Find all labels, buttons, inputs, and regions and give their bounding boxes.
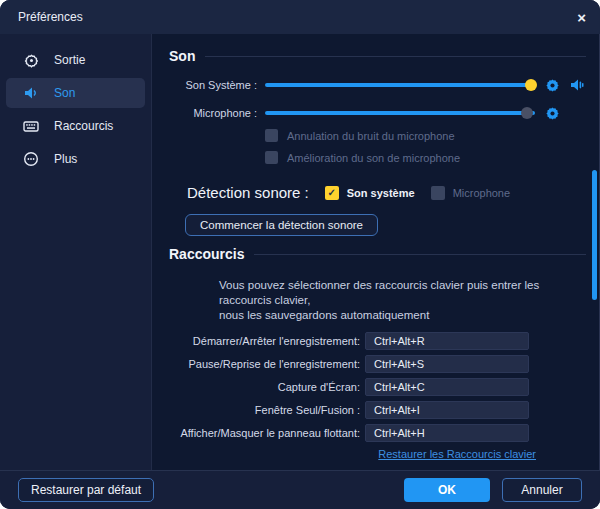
restore-default-button[interactable]: Restaurer par défaut xyxy=(18,478,154,502)
close-icon[interactable]: × xyxy=(577,10,586,25)
detect-system-label: Son système xyxy=(347,187,415,199)
section-son-title: Son xyxy=(169,48,195,64)
section-son: Son xyxy=(169,48,586,64)
cancel-button[interactable]: Annuler xyxy=(502,478,582,502)
speaker-icon xyxy=(22,84,40,102)
sidebar-item-label: Son xyxy=(54,86,75,100)
shortcut-input[interactable]: Ctrl+Alt+I xyxy=(365,401,529,419)
detect-microphone-label: Microphone xyxy=(453,187,510,199)
shortcut-input[interactable]: Ctrl+Alt+S xyxy=(365,355,529,373)
shortcut-row-floating-panel: Afficher/Masquer le panneau flottant: Ct… xyxy=(169,424,586,442)
shortcut-row-start-stop: Démarrer/Arrêter l'enregistrement: Ctrl+… xyxy=(169,332,586,350)
slider-thumb[interactable] xyxy=(521,107,533,119)
microphone-label: Microphone : xyxy=(169,107,257,119)
shortcut-label: Capture d'Écran: xyxy=(169,381,365,393)
sidebar-item-raccourcis[interactable]: Raccourcis xyxy=(6,111,145,141)
slider-thumb[interactable] xyxy=(525,79,537,91)
sidebar-item-label: Sortie xyxy=(54,53,85,67)
shortcut-label: Fenêtre Seul/Fusion : xyxy=(169,404,365,416)
sound-enhance-option[interactable]: Amélioration du son de microphone xyxy=(265,151,586,164)
sound-detection-row: Détection sonore : ✓ Son système Microph… xyxy=(187,184,586,201)
preferences-dialog: Préférences × Sortie Son Raccourcis xyxy=(0,0,600,509)
divider xyxy=(254,254,586,255)
shortcut-label: Pause/Reprise de l'enregistrement: xyxy=(169,358,365,370)
sidebar-item-label: Plus xyxy=(54,152,77,166)
more-icon xyxy=(22,150,40,168)
noise-cancel-label: Annulation du bruit du microphone xyxy=(287,130,455,142)
shortcuts-description-line2: nous les sauvegardons automatiquement xyxy=(219,308,586,323)
gear-icon[interactable] xyxy=(544,77,560,93)
sidebar-item-son[interactable]: Son xyxy=(6,78,145,108)
sidebar-item-sortie[interactable]: Sortie xyxy=(6,45,145,75)
footer-bar: Restaurer par défaut OK Annuler xyxy=(0,470,600,509)
system-sound-slider[interactable] xyxy=(265,78,535,92)
system-sound-label: Son Système : xyxy=(169,79,257,91)
sound-enhance-label: Amélioration du son de microphone xyxy=(287,152,460,164)
checkbox-unchecked[interactable] xyxy=(265,151,278,164)
restore-shortcuts-link[interactable]: Restaurer les Raccourcis clavier xyxy=(169,448,536,460)
content-panel: Son Son Système : Microphone : xyxy=(153,34,600,470)
section-raccourcis: Raccourcis xyxy=(169,246,586,262)
speaker-plus-icon[interactable] xyxy=(569,77,585,93)
checkbox-unchecked[interactable] xyxy=(265,129,278,142)
shortcuts-description: Vous pouvez sélectionner des raccourcis … xyxy=(219,278,586,323)
shortcut-input[interactable]: Ctrl+Alt+R xyxy=(365,332,529,350)
keyboard-icon xyxy=(22,117,40,135)
ok-button[interactable]: OK xyxy=(404,478,490,502)
scrollbar-thumb[interactable] xyxy=(592,170,597,300)
shortcut-row-pause-resume: Pause/Reprise de l'enregistrement: Ctrl+… xyxy=(169,355,586,373)
slider-track xyxy=(265,83,535,87)
detect-microphone-option[interactable]: Microphone xyxy=(431,186,510,200)
shortcuts-description-line1: Vous pouvez sélectionner des raccourcis … xyxy=(219,278,586,308)
microphone-row: Microphone : xyxy=(169,106,586,120)
divider xyxy=(205,56,586,57)
start-detection-button[interactable]: Commencer la détection sonore xyxy=(185,214,378,236)
system-sound-row: Son Système : xyxy=(169,78,586,92)
sidebar-item-label: Raccourcis xyxy=(54,119,113,133)
detect-system-option[interactable]: ✓ Son système xyxy=(325,186,415,200)
sound-detection-label: Détection sonore : xyxy=(187,184,309,201)
shortcut-input[interactable]: Ctrl+Alt+H xyxy=(365,424,529,442)
slider-track xyxy=(265,111,535,115)
gear-icon xyxy=(22,51,40,69)
checkbox-unchecked[interactable] xyxy=(431,186,445,200)
noise-cancel-option[interactable]: Annulation du bruit du microphone xyxy=(265,129,586,142)
gear-icon[interactable] xyxy=(544,105,560,121)
window-title: Préférences xyxy=(18,10,83,24)
shortcut-label: Afficher/Masquer le panneau flottant: xyxy=(169,427,365,439)
shortcut-label: Démarrer/Arrêter l'enregistrement: xyxy=(169,335,365,347)
microphone-slider[interactable] xyxy=(265,106,535,120)
shortcut-row-window-merge: Fenêtre Seul/Fusion : Ctrl+Alt+I xyxy=(169,401,586,419)
checkbox-checked[interactable]: ✓ xyxy=(325,186,339,200)
sidebar-item-plus[interactable]: Plus xyxy=(6,144,145,174)
section-raccourcis-title: Raccourcis xyxy=(169,246,244,262)
shortcut-input[interactable]: Ctrl+Alt+C xyxy=(365,378,529,396)
sidebar: Sortie Son Raccourcis Plus xyxy=(0,34,152,470)
title-bar: Préférences × xyxy=(0,0,600,34)
shortcut-row-screenshot: Capture d'Écran: Ctrl+Alt+C xyxy=(169,378,586,396)
